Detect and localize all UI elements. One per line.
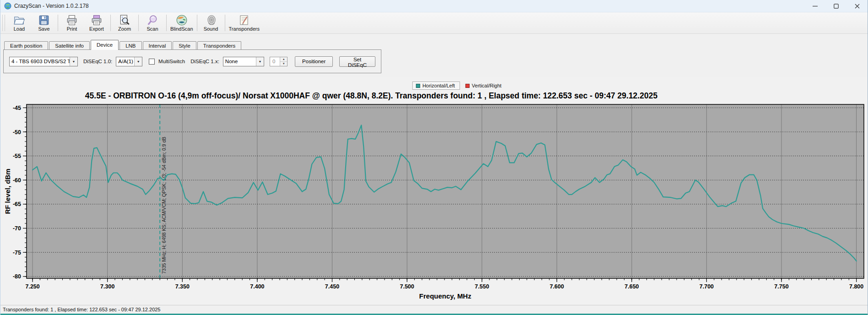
globe-scan-icon bbox=[176, 14, 188, 26]
svg-text:Frequency, MHz: Frequency, MHz bbox=[419, 292, 472, 300]
diseqc10-label: DiSEqC 1.0: bbox=[83, 59, 112, 64]
printer-icon bbox=[66, 14, 78, 26]
legend-label: Horizontal/Left bbox=[423, 83, 455, 88]
toolbar-label: Zoom bbox=[118, 27, 131, 32]
svg-text:7.250: 7.250 bbox=[25, 283, 39, 290]
sound-button[interactable]: Sound bbox=[199, 13, 223, 33]
svg-text:7.550: 7.550 bbox=[475, 283, 489, 290]
chevron-down-icon[interactable]: ▼ bbox=[134, 57, 142, 66]
toolbar-label: Scan bbox=[146, 27, 158, 32]
statusbar: Transponders found: 1 , Elapsed time: 12… bbox=[0, 305, 868, 314]
tab-earth-position[interactable]: Earth position bbox=[4, 41, 48, 50]
chart-figure: Horizontal/Left Vertical/Right 45.5E - O… bbox=[0, 77, 868, 305]
svg-text:7.750: 7.750 bbox=[774, 283, 788, 290]
app-window: CrazyScan - Version 1.0.2.178 Load Save bbox=[0, 0, 868, 315]
svg-text:7.350: 7.350 bbox=[175, 283, 190, 290]
svg-text:-50: -50 bbox=[13, 129, 21, 136]
speaker-icon bbox=[205, 14, 217, 26]
toolbar-label: Save bbox=[38, 27, 49, 32]
toolbar-separator bbox=[197, 15, 197, 31]
svg-text:7335 MHz; H; 6498 KS; ACM/VCM;: 7335 MHz; H; 6498 KS; ACM/VCM; QPSK; 1/3… bbox=[161, 137, 167, 274]
svg-text:7.450: 7.450 bbox=[325, 283, 339, 290]
toolbar-label: Export bbox=[89, 27, 104, 32]
spin-down-icon[interactable]: ▼ bbox=[280, 62, 287, 66]
svg-text:-75: -75 bbox=[13, 250, 21, 256]
toolbar-separator bbox=[225, 15, 225, 31]
close-button[interactable] bbox=[846, 0, 868, 12]
app-globe-icon bbox=[4, 2, 11, 10]
main-toolbar: Load Save Print Export Zoom bbox=[0, 12, 868, 34]
device-panel: 4 - TBS 6903 DVBS/S2 Tuner 0 ▼ DiSEqC 1.… bbox=[3, 49, 381, 73]
maximize-button[interactable] bbox=[825, 0, 846, 12]
set-diseqc-button[interactable]: Set DiSEqC bbox=[339, 56, 375, 67]
svg-text:7.500: 7.500 bbox=[400, 283, 414, 290]
toolbar-grip[interactable] bbox=[2, 15, 5, 31]
diseqc10-select-value: A/A(1) bbox=[116, 59, 134, 64]
diseqc1x-select[interactable]: None ▼ bbox=[223, 57, 264, 66]
spectrum-plot[interactable]: 7.2507.3007.3507.4007.4507.5007.5507.600… bbox=[0, 77, 868, 303]
svg-text:7.800: 7.800 bbox=[849, 283, 863, 290]
minimize-button[interactable] bbox=[804, 0, 825, 12]
toolbar-label: Sound bbox=[204, 27, 218, 32]
toolbar-label: Transponders bbox=[229, 27, 260, 32]
tab-device[interactable]: Device bbox=[91, 40, 119, 50]
legend-swatch-horizontal bbox=[416, 84, 420, 88]
svg-text:7.400: 7.400 bbox=[250, 283, 264, 290]
diseqc1x-label: DiSEqC 1.x: bbox=[190, 59, 219, 64]
print-button[interactable]: Print bbox=[60, 13, 84, 33]
scan-button[interactable]: Scan bbox=[140, 13, 165, 33]
window-title: CrazyScan - Version 1.0.2.178 bbox=[14, 3, 89, 9]
multiswitch-checkbox[interactable] bbox=[149, 59, 155, 65]
legend-swatch-vertical bbox=[466, 84, 470, 88]
statusbar-text: Transponders found: 1 , Elapsed time: 12… bbox=[3, 307, 161, 312]
svg-text:7.700: 7.700 bbox=[700, 283, 714, 290]
save-button[interactable]: Save bbox=[32, 13, 56, 33]
svg-text:-55: -55 bbox=[13, 153, 21, 159]
tab-style[interactable]: Style bbox=[173, 41, 196, 50]
toolbar-separator bbox=[166, 15, 167, 31]
svg-text:-60: -60 bbox=[13, 177, 21, 184]
chevron-down-icon[interactable]: ▼ bbox=[70, 57, 77, 66]
chevron-down-icon[interactable]: ▼ bbox=[256, 57, 264, 66]
svg-text:-70: -70 bbox=[13, 225, 21, 232]
multiswitch-label: MultiSwitch bbox=[158, 59, 185, 64]
tab-lnb[interactable]: LNB bbox=[119, 41, 141, 50]
folder-open-icon bbox=[13, 14, 25, 26]
tab-transponders[interactable]: Transponders bbox=[197, 41, 242, 50]
notepad-pencil-icon bbox=[238, 14, 250, 26]
magnifier-icon bbox=[146, 14, 158, 26]
svg-text:RF level, dBm: RF level, dBm bbox=[4, 168, 11, 214]
spin-up-icon[interactable]: ▲ bbox=[280, 57, 287, 62]
tab-satellite-info[interactable]: Satellite info bbox=[49, 41, 90, 50]
zoom-document-icon bbox=[119, 14, 130, 26]
toolbar-label: BlindScan bbox=[170, 27, 193, 32]
svg-text:7.300: 7.300 bbox=[100, 283, 114, 290]
toolbar-label: Print bbox=[67, 27, 77, 32]
positioner-button[interactable]: Positioner bbox=[295, 56, 333, 67]
legend-item-vertical-right[interactable]: Vertical/Right bbox=[466, 83, 502, 88]
load-button[interactable]: Load bbox=[7, 13, 32, 33]
svg-text:-65: -65 bbox=[13, 201, 21, 207]
toolbar-separator bbox=[110, 15, 111, 31]
svg-text:7.600: 7.600 bbox=[550, 283, 564, 290]
diseqc10-select[interactable]: A/A(1) ▼ bbox=[116, 57, 142, 66]
transponders-button[interactable]: Transponders bbox=[227, 13, 262, 33]
legend-item-horizontal-left[interactable]: Horizontal/Left bbox=[412, 81, 460, 90]
svg-text:-45: -45 bbox=[13, 105, 21, 111]
position-stepper-value: 0 bbox=[270, 57, 280, 66]
toolbar-separator bbox=[58, 15, 58, 31]
blindscan-button[interactable]: BlindScan bbox=[168, 13, 195, 33]
export-button[interactable]: Export bbox=[84, 13, 109, 33]
printer-export-icon bbox=[91, 14, 103, 26]
svg-text:-80: -80 bbox=[13, 273, 21, 280]
tab-interval[interactable]: Interval bbox=[143, 41, 172, 50]
chart-title: 45.5E - ORBITRON O-16 (4,9m off-focus)/ … bbox=[0, 91, 742, 101]
titlebar: CrazyScan - Version 1.0.2.178 bbox=[0, 0, 868, 12]
tuner-select[interactable]: 4 - TBS 6903 DVBS/S2 Tuner 0 ▼ bbox=[9, 57, 78, 66]
diseqc1x-select-value: None bbox=[223, 59, 256, 64]
legend-label: Vertical/Right bbox=[472, 83, 502, 88]
position-stepper[interactable]: 0 ▲▼ bbox=[270, 57, 288, 66]
svg-text:7.650: 7.650 bbox=[624, 283, 639, 290]
zoom-button[interactable]: Zoom bbox=[112, 13, 137, 33]
settings-tab-control: Earth position Satellite info Device LNB… bbox=[3, 39, 868, 73]
